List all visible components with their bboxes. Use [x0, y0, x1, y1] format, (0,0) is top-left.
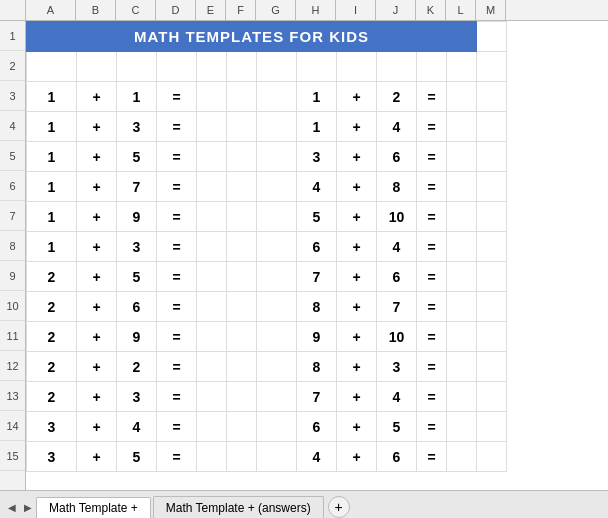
cell-r14-c9[interactable]: 5	[377, 412, 417, 442]
cell-r11-c3[interactable]: =	[157, 322, 197, 352]
cell-r3-c0[interactable]: 1	[27, 82, 77, 112]
cell-r4-c8[interactable]: +	[337, 112, 377, 142]
cell-r7-c9[interactable]: 10	[377, 202, 417, 232]
cell-r6-c4[interactable]	[197, 172, 227, 202]
cell-r3-c2[interactable]: 1	[117, 82, 157, 112]
cell-r9-c12[interactable]	[477, 262, 507, 292]
cell-r7-c10[interactable]: =	[417, 202, 447, 232]
sheet-tab-1[interactable]: Math Template + (answers)	[153, 496, 324, 518]
cell-r8-c6[interactable]	[257, 232, 297, 262]
cell-r15-c9[interactable]: 6	[377, 442, 417, 472]
cell-r7-c0[interactable]: 1	[27, 202, 77, 232]
cell-r5-c4[interactable]	[197, 142, 227, 172]
cell-r7-c4[interactable]	[197, 202, 227, 232]
cell-r10-c3[interactable]: =	[157, 292, 197, 322]
cell-r10-c7[interactable]: 8	[297, 292, 337, 322]
cell-r14-c8[interactable]: +	[337, 412, 377, 442]
cell-r4-c1[interactable]: +	[77, 112, 117, 142]
cell-r14-c0[interactable]: 3	[27, 412, 77, 442]
cell-r12-c8[interactable]: +	[337, 352, 377, 382]
cell-r4-c10[interactable]: =	[417, 112, 447, 142]
cell-r10-c12[interactable]	[477, 292, 507, 322]
cell-r14-c3[interactable]: =	[157, 412, 197, 442]
grid-area[interactable]: MATH TEMPLATES FOR KIDS1+1=1+2=1+3=1+4=1…	[26, 21, 608, 490]
cell-r3-c12[interactable]	[477, 82, 507, 112]
cell-r12-c0[interactable]: 2	[27, 352, 77, 382]
cell-r10-c2[interactable]: 6	[117, 292, 157, 322]
cell-r6-c2[interactable]: 7	[117, 172, 157, 202]
cell-r5-c7[interactable]: 3	[297, 142, 337, 172]
cell-r6-c10[interactable]: =	[417, 172, 447, 202]
cell-r15-c10[interactable]: =	[417, 442, 447, 472]
cell-r11-c12[interactable]	[477, 322, 507, 352]
cell-r6-c6[interactable]	[257, 172, 297, 202]
cell-r13-c9[interactable]: 4	[377, 382, 417, 412]
cell-r3-c8[interactable]: +	[337, 82, 377, 112]
sheet-tab-0[interactable]: Math Template +	[36, 497, 151, 518]
cell-r6-c11[interactable]	[447, 172, 477, 202]
cell-r8-c0[interactable]: 1	[27, 232, 77, 262]
cell-r10-c0[interactable]: 2	[27, 292, 77, 322]
cell-r9-c0[interactable]: 2	[27, 262, 77, 292]
cell-r13-c10[interactable]: =	[417, 382, 447, 412]
cell-r11-c0[interactable]: 2	[27, 322, 77, 352]
cell-r14-c6[interactable]	[257, 412, 297, 442]
cell-r8-c4[interactable]	[197, 232, 227, 262]
cell-r6-c1[interactable]: +	[77, 172, 117, 202]
cell-r15-c0[interactable]: 3	[27, 442, 77, 472]
cell-r13-c5[interactable]	[227, 382, 257, 412]
cell-r5-c5[interactable]	[227, 142, 257, 172]
cell-r8-c1[interactable]: +	[77, 232, 117, 262]
cell-r7-c7[interactable]: 5	[297, 202, 337, 232]
cell-r8-c5[interactable]	[227, 232, 257, 262]
cell-r10-c5[interactable]	[227, 292, 257, 322]
cell-r13-c4[interactable]	[197, 382, 227, 412]
cell-r8-c11[interactable]	[447, 232, 477, 262]
cell-r12-c1[interactable]: +	[77, 352, 117, 382]
cell-r10-c1[interactable]: +	[77, 292, 117, 322]
cell-r14-c11[interactable]	[447, 412, 477, 442]
cell-r8-c8[interactable]: +	[337, 232, 377, 262]
cell-r10-c8[interactable]: +	[337, 292, 377, 322]
cell-r4-c6[interactable]	[257, 112, 297, 142]
cell-r11-c1[interactable]: +	[77, 322, 117, 352]
cell-r9-c1[interactable]: +	[77, 262, 117, 292]
cell-r3-c3[interactable]: =	[157, 82, 197, 112]
cell-r14-c5[interactable]	[227, 412, 257, 442]
cell-r8-c9[interactable]: 4	[377, 232, 417, 262]
cell-r5-c0[interactable]: 1	[27, 142, 77, 172]
cell-r7-c2[interactable]: 9	[117, 202, 157, 232]
add-sheet-button[interactable]: +	[328, 496, 350, 518]
cell-r10-c9[interactable]: 7	[377, 292, 417, 322]
cell-r3-c4[interactable]	[197, 82, 227, 112]
cell-r4-c5[interactable]	[227, 112, 257, 142]
tab-scroll-right[interactable]: ▶	[20, 496, 36, 518]
cell-r9-c3[interactable]: =	[157, 262, 197, 292]
cell-r4-c12[interactable]	[477, 112, 507, 142]
cell-r14-c2[interactable]: 4	[117, 412, 157, 442]
cell-r5-c9[interactable]: 6	[377, 142, 417, 172]
cell-r12-c12[interactable]	[477, 352, 507, 382]
cell-r9-c4[interactable]	[197, 262, 227, 292]
cell-r12-c9[interactable]: 3	[377, 352, 417, 382]
cell-r5-c8[interactable]: +	[337, 142, 377, 172]
cell-r3-c6[interactable]	[257, 82, 297, 112]
cell-r5-c6[interactable]	[257, 142, 297, 172]
tab-scroll-left[interactable]: ◀	[4, 496, 20, 518]
cell-r4-c7[interactable]: 1	[297, 112, 337, 142]
cell-r15-c5[interactable]	[227, 442, 257, 472]
cell-r12-c7[interactable]: 8	[297, 352, 337, 382]
cell-r11-c7[interactable]: 9	[297, 322, 337, 352]
cell-r15-c2[interactable]: 5	[117, 442, 157, 472]
cell-r15-c6[interactable]	[257, 442, 297, 472]
cell-r14-c4[interactable]	[197, 412, 227, 442]
cell-r4-c0[interactable]: 1	[27, 112, 77, 142]
cell-r15-c4[interactable]	[197, 442, 227, 472]
cell-r11-c10[interactable]: =	[417, 322, 447, 352]
cell-r9-c2[interactable]: 5	[117, 262, 157, 292]
cell-r11-c6[interactable]	[257, 322, 297, 352]
cell-r8-c2[interactable]: 3	[117, 232, 157, 262]
cell-r15-c3[interactable]: =	[157, 442, 197, 472]
cell-r11-c2[interactable]: 9	[117, 322, 157, 352]
cell-r4-c3[interactable]: =	[157, 112, 197, 142]
